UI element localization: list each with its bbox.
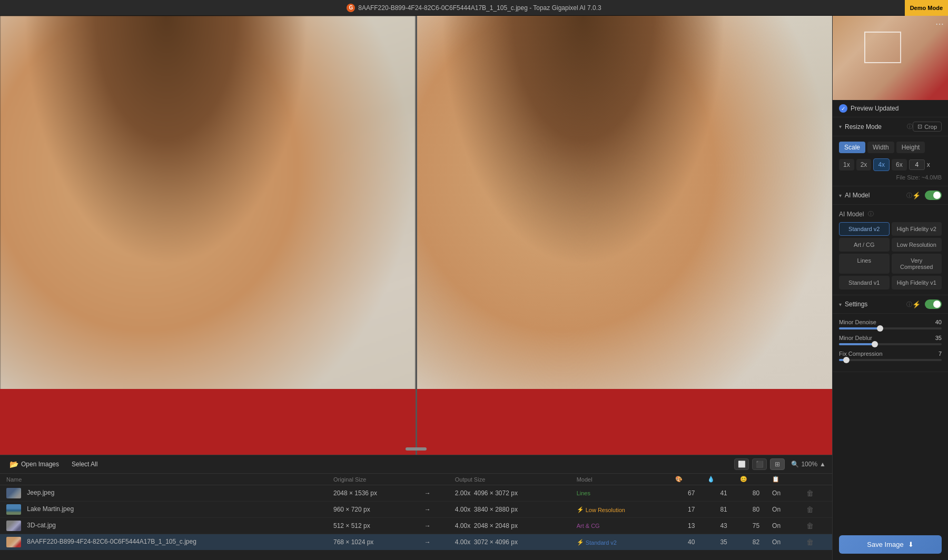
fix-compression-thumb[interactable]	[843, 357, 850, 363]
single-view-btn[interactable]: ⬜	[734, 458, 749, 470]
arrow-icon: →	[418, 518, 449, 534]
scale-6x-btn[interactable]: 6x	[892, 159, 907, 171]
ai-model-toggle[interactable]	[925, 191, 942, 200]
open-images-button[interactable]: 📂 Open Images	[6, 458, 62, 470]
preview-status: ✓ Preview Updated	[833, 100, 948, 117]
on-off: On	[766, 502, 800, 518]
minor-deblur-fill	[839, 343, 875, 345]
settings-toggle[interactable]	[925, 299, 942, 309]
lightning-icon: ⚡	[577, 506, 584, 513]
open-images-label: Open Images	[21, 461, 59, 468]
settings-title: Settings	[845, 301, 904, 308]
viewer-area: 📂 Open Images Select All ⬜ ⬛ ⊞ 🔍 100% ▲	[0, 16, 832, 560]
settings-content: Minor Denoise 40 Minor Deblur 35	[833, 314, 948, 372]
model-lines-btn[interactable]: Lines	[839, 254, 890, 274]
image-view[interactable]	[0, 16, 832, 455]
model-cell[interactable]: ⚡ Standard v2	[570, 534, 669, 551]
zoom-value: 100%	[801, 461, 817, 468]
select-all-label: Select All	[72, 461, 97, 468]
save-label: Save Image	[867, 541, 903, 548]
scale-tabs: Scale Width Height	[839, 142, 942, 153]
ai-model-content: AI Model ⓘ Standard v2 High Fidelity v2 …	[833, 205, 948, 295]
height-tab[interactable]: Height	[896, 142, 925, 153]
model-standard-v1-btn[interactable]: Standard v1	[839, 276, 890, 289]
num-c2: 41	[701, 485, 733, 502]
table-row[interactable]: 3D-cat.jpg 512 × 512 px → 4.00x 2048 × 2…	[0, 518, 832, 534]
info-icon[interactable]: ⓘ	[906, 301, 912, 308]
info-icon[interactable]: ⓘ	[906, 192, 912, 199]
scale-x-label: x	[927, 161, 930, 168]
chevron-icon: ▾	[839, 302, 842, 307]
delete-button[interactable]: 🗑	[806, 489, 814, 497]
col-c4: 📋	[766, 474, 800, 485]
output-size: 2.00x 4096 × 3072 px	[449, 485, 570, 502]
on-off: On	[766, 534, 800, 551]
table-row[interactable]: 8AAFF220-B899-4F24-82C6-0C6F5444A17B_1_1…	[0, 534, 832, 551]
info-icon[interactable]: ⓘ	[868, 210, 874, 218]
model-cell[interactable]: Lines	[570, 485, 669, 502]
col-model: Model	[570, 474, 669, 485]
model-very-compressed-btn[interactable]: Very Compressed	[892, 254, 942, 274]
image-right[interactable]	[417, 16, 833, 455]
model-low-resolution-btn[interactable]: Low Resolution	[892, 238, 942, 252]
model-cell[interactable]: ⚡ Low Resolution	[570, 502, 669, 518]
info-icon[interactable]: ⓘ	[907, 123, 913, 131]
delete-button[interactable]: 🗑	[806, 522, 814, 530]
original-size: 960 × 720 px	[327, 502, 418, 518]
main-layout: 📂 Open Images Select All ⬜ ⬛ ⊞ 🔍 100% ▲	[0, 16, 948, 560]
model-cell[interactable]: Art & CG	[570, 518, 669, 534]
minor-deblur-value: 35	[935, 335, 942, 341]
file-thumbnail	[6, 488, 21, 498]
delete-button[interactable]: 🗑	[806, 505, 814, 514]
model-standard-v2-btn[interactable]: Standard v2	[839, 222, 890, 236]
num-c1: 13	[669, 518, 701, 534]
model-high-fidelity-v1-btn[interactable]: High Fidelity v1	[892, 276, 942, 289]
file-list-toolbar: 📂 Open Images Select All ⬜ ⬛ ⊞ 🔍 100% ▲	[0, 455, 832, 474]
save-icon: ⬇	[908, 541, 914, 548]
original-size: 768 × 1024 px	[327, 534, 418, 551]
split-divider[interactable]	[406, 447, 427, 451]
crop-button[interactable]: ⊡ Crop	[913, 122, 942, 132]
minor-deblur-thumb[interactable]	[872, 341, 878, 347]
resize-mode-section-header[interactable]: ▾ Resize Mode ⓘ ⊡ Crop	[833, 117, 948, 136]
scale-1x-btn[interactable]: 1x	[839, 159, 854, 171]
fix-compression-label: Fix Compression	[839, 351, 883, 357]
minor-deblur-track[interactable]	[839, 343, 942, 345]
titlebar: G 8AAFF220-B899-4F24-82C6-0C6F5444A17B_1…	[0, 0, 948, 16]
select-all-button[interactable]: Select All	[68, 459, 101, 469]
model-high-fidelity-v2-btn[interactable]: High Fidelity v2	[892, 222, 942, 236]
resize-mode-actions: ⊡ Crop	[913, 122, 942, 132]
scale-4x-btn[interactable]: 4x	[873, 158, 890, 171]
image-left[interactable]	[0, 16, 417, 455]
ai-model-actions: ⚡	[912, 191, 942, 200]
scale-2x-btn[interactable]: 2x	[856, 159, 872, 171]
minor-denoise-track[interactable]	[839, 327, 942, 329]
width-tab[interactable]: Width	[867, 142, 894, 153]
grid-view-btn[interactable]: ⊞	[770, 458, 785, 470]
table-row[interactable]: Jeep.jpeg 2048 × 1536 px → 2.00x 4096 × …	[0, 485, 832, 502]
preview-thumbnail[interactable]: ⋯	[833, 16, 948, 100]
original-size: 2048 × 1536 px	[327, 485, 418, 502]
right-panel: ⋯ ✓ Preview Updated ▾ Resize Mode ⓘ ⊡ Cr…	[832, 16, 948, 560]
save-image-button[interactable]: Save Image ⬇	[839, 535, 942, 554]
model-tag: Low Resolution	[586, 507, 625, 513]
num-c2: 43	[701, 518, 733, 534]
preview-focus-box	[864, 32, 901, 63]
ai-model-section-header[interactable]: ▾ AI Model ⓘ ⚡	[833, 186, 948, 205]
delete-button[interactable]: 🗑	[806, 538, 814, 546]
settings-section-header[interactable]: ▾ Settings ⓘ ⚡	[833, 295, 948, 314]
preview-menu-button[interactable]: ⋯	[935, 19, 944, 29]
table-row[interactable]: Lake Martin.jpeg 960 × 720 px → 4.00x 38…	[0, 502, 832, 518]
scale-custom-input[interactable]	[909, 159, 925, 170]
fix-compression-row: Fix Compression 7	[839, 351, 942, 361]
model-art-cg-btn[interactable]: Art / CG	[839, 238, 890, 252]
scale-tab[interactable]: Scale	[839, 142, 865, 153]
split-view-btn[interactable]: ⬛	[752, 458, 767, 470]
col-output-size: Output Size	[449, 474, 570, 485]
fix-compression-track[interactable]	[839, 359, 942, 361]
num-c1: 40	[669, 534, 701, 551]
ai-model-sublabel: AI Model	[839, 211, 864, 218]
minor-denoise-thumb[interactable]	[877, 325, 883, 332]
file-table-scroll[interactable]: Name Original Size Output Size Model 🎨 💧…	[0, 474, 832, 550]
file-table: Name Original Size Output Size Model 🎨 💧…	[0, 474, 832, 550]
